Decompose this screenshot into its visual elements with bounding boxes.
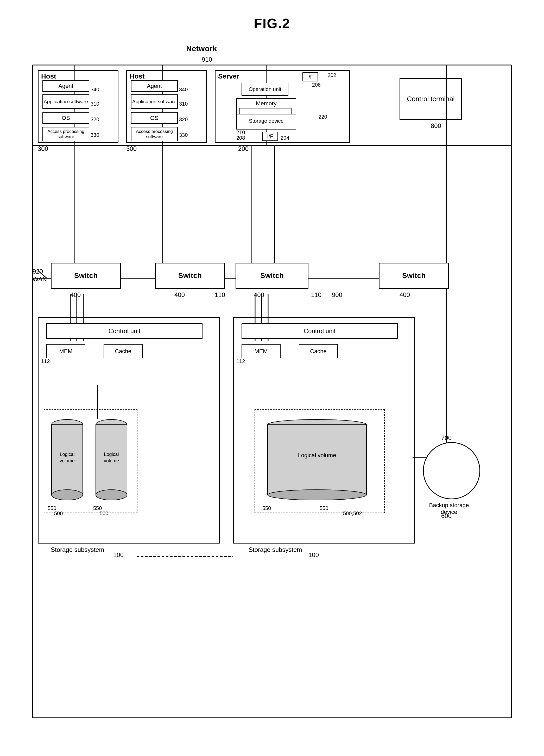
host1-box: Host Agent 340 Application software 310 … [38,70,118,143]
host1-app-box: Application software [42,94,89,109]
switch1-box: Switch [51,263,121,289]
control-terminal-box: Control terminal [400,78,462,120]
ss2-mem-box: MEM [241,344,281,358]
host1-os-num: 320 [91,117,99,122]
host1-access-box: Access processing software [42,127,89,141]
host2-os-box: OS [131,112,178,124]
ss2-num: 100 [309,551,319,559]
svg-text:volume: volume [60,458,75,463]
switch1-num: 400 [70,291,81,299]
backup-storage-num600: 600 [441,512,452,520]
host2-box: Host Agent 340 Application software 310 … [126,70,207,143]
ss1-lv2-disk-num: 550 [93,505,102,511]
host2-label: Host [130,72,145,80]
storage-subsystem2-box: Control unit MEM Cache 112 120 Logical v… [233,317,415,544]
ss1-lv2: Logical volume [93,417,130,505]
svg-point-38 [96,490,127,500]
ss1-cache-num: 112 [41,358,50,364]
backup-storage-circle [423,442,480,499]
host2-agent-num: 340 [179,87,188,93]
server-storage-num: 210 [236,130,245,135]
ss1-lv2-num: 500 [100,511,108,516]
host2-os-num: 320 [179,117,188,122]
ss1-lv1: Logical volume [49,417,85,505]
server-box: Server I/F 206 202 Operation unit Memory… [215,70,350,143]
server-label: Server [218,72,239,80]
server-num-220: 220 [319,114,327,120]
switch-conn-900: 900 [332,291,342,299]
host1-agent-num: 340 [91,87,99,93]
host1-agent-box: Agent [42,80,89,92]
host1-os-box: OS [42,112,89,124]
server-num-204: 204 [281,135,289,141]
server-num-208: 208 [236,135,245,141]
host2-access-num: 330 [179,132,188,138]
switch2-num: 400 [174,291,185,299]
svg-point-43 [267,490,367,500]
server-if2-box: I/F [262,132,278,141]
ss1-control-unit-box: Control unit [46,323,202,339]
ss1-lv1-disk-num: 550 [48,505,56,511]
host2-app-box: Application software [131,94,178,109]
ss2-lv1-disk-num1: 550 [262,505,271,511]
host2-agent-box: Agent [131,80,178,92]
server-num-200: 200 [238,145,248,152]
wan-num: 920 [33,268,43,275]
switch2-box: Switch [155,263,225,289]
host2-num: 300 [126,145,137,152]
ss1-label: Storage subsystem [51,546,104,553]
host2-app-num: 310 [179,101,188,107]
network-number: 910 [202,56,212,63]
host1-label: Host [41,72,56,80]
ss2-label: Storage subsystem [248,546,302,553]
switch4-num: 400 [400,291,410,299]
host1-app-num: 310 [91,101,99,107]
server-if1-box: I/F [303,72,318,81]
server-op-box: Operation unit [241,83,289,96]
switch-conn-110-2: 110 [311,291,322,299]
server-num-202: 202 [328,72,336,78]
network-label: Network [186,44,217,53]
ss1-num: 100 [113,551,124,559]
host1-num: 300 [38,145,48,152]
svg-text:Logical volume: Logical volume [298,452,336,458]
host2-access-box: Access processing software [131,127,178,141]
svg-rect-42 [267,425,367,495]
server-if1-num: 206 [312,82,321,88]
switch3-box: Switch [235,263,309,289]
ss2-lv1-disk-num2: 550 [320,505,328,511]
switch-conn-110-1: 110 [215,291,225,299]
ss2-lv1: Logical volume [260,417,374,505]
ss2-cache-num: 112 [236,358,245,364]
ss2-cache-box: Cache [299,344,338,358]
ss1-cache-box: Cache [104,344,143,358]
wan-label: WAN [33,276,47,283]
svg-text:Logical: Logical [60,452,74,457]
svg-point-33 [52,490,83,500]
ss1-mem-box: MEM [46,344,85,358]
ss2-lv1-num: 500,502 [343,511,362,516]
server-storage-box: Storage device [236,114,296,128]
switch3-num: 400 [254,291,264,299]
host1-access-num: 330 [91,132,99,138]
ss2-control-unit-box: Control unit [241,323,398,339]
ss1-lv1-num: 500 [54,511,63,516]
storage-subsystem1-box: Control unit MEM Cache 112 120 Logical v… [38,317,220,544]
svg-text:Logical: Logical [104,452,119,457]
control-terminal-num: 800 [431,122,441,130]
svg-text:volume: volume [104,458,119,463]
backup-storage-num700: 700 [441,434,452,442]
switch4-box: Switch [379,263,449,289]
page-title: FIG.2 [0,16,544,31]
